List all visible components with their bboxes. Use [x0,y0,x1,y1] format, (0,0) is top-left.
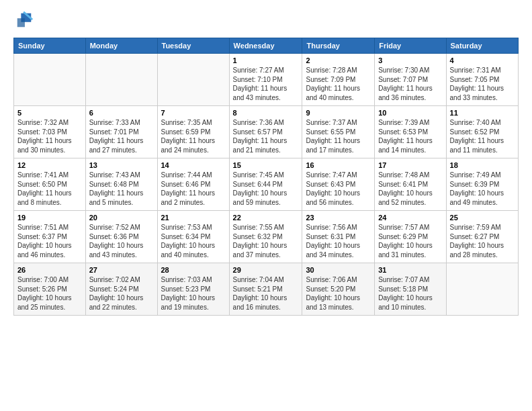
calendar-cell: 24Sunrise: 7:57 AM Sunset: 6:29 PM Dayli… [375,211,446,263]
calendar-cell: 28Sunrise: 7:03 AM Sunset: 5:23 PM Dayli… [157,263,229,316]
day-number: 2 [306,56,371,64]
day-info: Sunrise: 7:32 AM Sunset: 7:03 PM Dayligh… [17,118,82,154]
day-info: Sunrise: 7:00 AM Sunset: 5:26 PM Dayligh… [17,275,82,312]
calendar-cell: 9Sunrise: 7:37 AM Sunset: 6:55 PM Daylig… [302,106,375,158]
day-number: 21 [161,214,226,222]
calendar-cell: 4Sunrise: 7:31 AM Sunset: 7:05 PM Daylig… [446,54,518,106]
day-number: 15 [233,161,299,169]
calendar-cell: 23Sunrise: 7:56 AM Sunset: 6:31 PM Dayli… [302,211,375,263]
day-number: 4 [450,56,515,64]
calendar-cell: 29Sunrise: 7:04 AM Sunset: 5:21 PM Dayli… [229,263,302,316]
day-info: Sunrise: 7:53 AM Sunset: 6:34 PM Dayligh… [161,223,226,259]
day-info: Sunrise: 7:36 AM Sunset: 6:57 PM Dayligh… [233,118,299,154]
week-row-1: 1Sunrise: 7:27 AM Sunset: 7:10 PM Daylig… [14,54,519,106]
day-info: Sunrise: 7:35 AM Sunset: 6:59 PM Dayligh… [161,118,226,154]
calendar-cell [157,54,229,106]
day-info: Sunrise: 7:31 AM Sunset: 7:05 PM Dayligh… [450,66,515,102]
calendar-cell: 12Sunrise: 7:41 AM Sunset: 6:50 PM Dayli… [14,158,86,211]
day-info: Sunrise: 7:52 AM Sunset: 6:36 PM Dayligh… [89,223,154,259]
calendar-cell: 3Sunrise: 7:30 AM Sunset: 7:07 PM Daylig… [375,54,446,106]
calendar-cell [14,54,86,106]
weekday-thursday: Thursday [302,38,375,54]
day-number: 19 [17,214,82,222]
day-info: Sunrise: 7:55 AM Sunset: 6:32 PM Dayligh… [233,223,299,259]
day-number: 6 [89,109,154,117]
day-number: 18 [450,161,515,169]
day-info: Sunrise: 7:45 AM Sunset: 6:44 PM Dayligh… [233,171,299,207]
day-info: Sunrise: 7:06 AM Sunset: 5:20 PM Dayligh… [306,275,371,312]
day-info: Sunrise: 7:07 AM Sunset: 5:18 PM Dayligh… [378,275,442,312]
calendar-cell: 7Sunrise: 7:35 AM Sunset: 6:59 PM Daylig… [157,106,229,158]
svg-marker-1 [17,18,25,27]
day-number: 11 [450,109,515,117]
day-info: Sunrise: 7:56 AM Sunset: 6:31 PM Dayligh… [306,223,371,259]
page: SundayMondayTuesdayWednesdayThursdayFrid… [0,0,532,322]
day-number: 16 [306,161,371,169]
day-number: 27 [89,266,154,274]
day-info: Sunrise: 7:30 AM Sunset: 7:07 PM Dayligh… [378,66,442,102]
day-info: Sunrise: 7:43 AM Sunset: 6:48 PM Dayligh… [89,171,154,207]
logo-icon [15,11,34,30]
calendar-cell: 17Sunrise: 7:48 AM Sunset: 6:41 PM Dayli… [375,158,446,211]
weekday-monday: Monday [85,38,157,54]
day-info: Sunrise: 7:47 AM Sunset: 6:43 PM Dayligh… [306,171,371,207]
logo [13,11,34,30]
calendar-cell: 22Sunrise: 7:55 AM Sunset: 6:32 PM Dayli… [229,211,302,263]
day-number: 29 [233,266,299,274]
day-info: Sunrise: 7:28 AM Sunset: 7:09 PM Dayligh… [306,66,371,102]
calendar-cell: 13Sunrise: 7:43 AM Sunset: 6:48 PM Dayli… [85,158,157,211]
calendar-cell: 6Sunrise: 7:33 AM Sunset: 7:01 PM Daylig… [85,106,157,158]
day-number: 8 [233,109,299,117]
day-number: 9 [306,109,371,117]
calendar-cell: 30Sunrise: 7:06 AM Sunset: 5:20 PM Dayli… [302,263,375,316]
calendar-cell: 19Sunrise: 7:51 AM Sunset: 6:37 PM Dayli… [14,211,86,263]
calendar-cell: 26Sunrise: 7:00 AM Sunset: 5:26 PM Dayli… [14,263,86,316]
day-number: 22 [233,214,299,222]
day-number: 13 [89,161,154,169]
day-info: Sunrise: 7:59 AM Sunset: 6:27 PM Dayligh… [450,223,515,259]
day-number: 12 [17,161,82,169]
calendar-cell: 27Sunrise: 7:02 AM Sunset: 5:24 PM Dayli… [85,263,157,316]
day-info: Sunrise: 7:04 AM Sunset: 5:21 PM Dayligh… [233,275,299,312]
day-info: Sunrise: 7:37 AM Sunset: 6:55 PM Dayligh… [306,118,371,154]
calendar-cell: 11Sunrise: 7:40 AM Sunset: 6:52 PM Dayli… [446,106,518,158]
day-number: 5 [17,109,82,117]
calendar-cell: 15Sunrise: 7:45 AM Sunset: 6:44 PM Dayli… [229,158,302,211]
day-info: Sunrise: 7:27 AM Sunset: 7:10 PM Dayligh… [233,66,299,102]
calendar-cell: 2Sunrise: 7:28 AM Sunset: 7:09 PM Daylig… [302,54,375,106]
day-info: Sunrise: 7:57 AM Sunset: 6:29 PM Dayligh… [378,223,442,259]
calendar-cell: 31Sunrise: 7:07 AM Sunset: 5:18 PM Dayli… [375,263,446,316]
day-number: 10 [378,109,442,117]
day-info: Sunrise: 7:51 AM Sunset: 6:37 PM Dayligh… [17,223,82,259]
day-number: 14 [161,161,226,169]
calendar-cell: 8Sunrise: 7:36 AM Sunset: 6:57 PM Daylig… [229,106,302,158]
weekday-header-row: SundayMondayTuesdayWednesdayThursdayFrid… [14,38,519,54]
weekday-sunday: Sunday [14,38,86,54]
week-row-2: 5Sunrise: 7:32 AM Sunset: 7:03 PM Daylig… [14,106,519,158]
calendar-cell: 14Sunrise: 7:44 AM Sunset: 6:46 PM Dayli… [157,158,229,211]
calendar-cell: 20Sunrise: 7:52 AM Sunset: 6:36 PM Dayli… [85,211,157,263]
calendar-cell [85,54,157,106]
day-info: Sunrise: 7:40 AM Sunset: 6:52 PM Dayligh… [450,118,515,154]
day-info: Sunrise: 7:48 AM Sunset: 6:41 PM Dayligh… [378,171,442,207]
day-info: Sunrise: 7:33 AM Sunset: 7:01 PM Dayligh… [89,118,154,154]
day-number: 24 [378,214,442,222]
day-info: Sunrise: 7:41 AM Sunset: 6:50 PM Dayligh… [17,171,82,207]
calendar-cell: 16Sunrise: 7:47 AM Sunset: 6:43 PM Dayli… [302,158,375,211]
calendar: SundayMondayTuesdayWednesdayThursdayFrid… [13,38,519,316]
day-number: 1 [233,56,299,64]
calendar-cell: 1Sunrise: 7:27 AM Sunset: 7:10 PM Daylig… [229,54,302,106]
day-number: 3 [378,56,442,64]
calendar-cell: 21Sunrise: 7:53 AM Sunset: 6:34 PM Dayli… [157,211,229,263]
calendar-cell: 25Sunrise: 7:59 AM Sunset: 6:27 PM Dayli… [446,211,518,263]
day-number: 20 [89,214,154,222]
calendar-cell [446,263,518,316]
calendar-cell: 10Sunrise: 7:39 AM Sunset: 6:53 PM Dayli… [375,106,446,158]
day-info: Sunrise: 7:03 AM Sunset: 5:23 PM Dayligh… [161,275,226,312]
week-row-5: 26Sunrise: 7:00 AM Sunset: 5:26 PM Dayli… [14,263,519,316]
header [13,11,519,30]
weekday-tuesday: Tuesday [157,38,229,54]
day-info: Sunrise: 7:39 AM Sunset: 6:53 PM Dayligh… [378,118,442,154]
week-row-3: 12Sunrise: 7:41 AM Sunset: 6:50 PM Dayli… [14,158,519,211]
weekday-wednesday: Wednesday [229,38,302,54]
